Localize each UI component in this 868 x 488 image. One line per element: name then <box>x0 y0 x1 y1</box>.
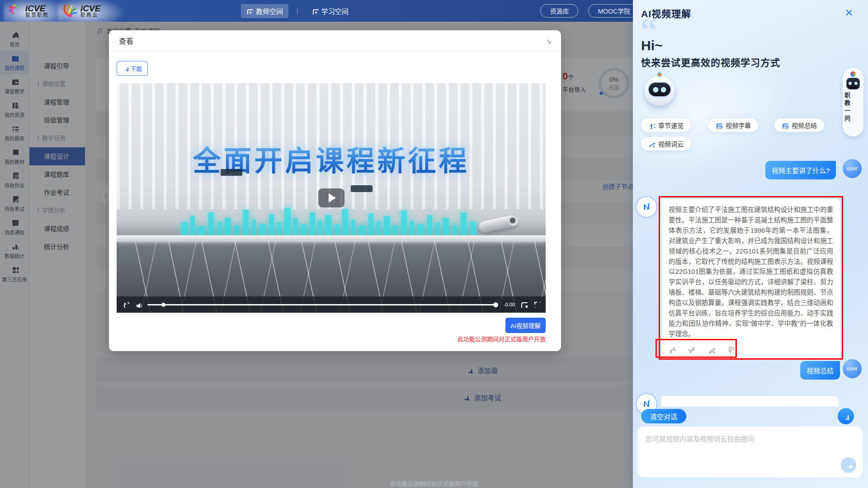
chat-input-card <box>637 427 863 477</box>
beta-availability-note: 此功能公测期间对正式版用户开放 <box>458 334 546 343</box>
logo-icve-zjy[interactable]: iCVE 职教云 <box>61 3 100 19</box>
video-tag-badge <box>221 169 242 176</box>
download-icon <box>123 66 128 71</box>
logo1-name: iCVE <box>25 4 49 13</box>
teacher-space-icon <box>246 8 253 14</box>
picture-in-picture-icon[interactable] <box>520 300 528 308</box>
icve-mini-logo-icon <box>850 71 856 77</box>
view-modal: 查看 下载 <box>109 30 561 351</box>
thumbs-up-icon[interactable] <box>669 346 676 355</box>
word-cloud-icon <box>648 141 655 147</box>
video-subtitle-icon <box>716 122 722 129</box>
mini-robot-icon <box>846 78 860 89</box>
ai-logo-icon <box>641 398 652 410</box>
chapter-list-icon <box>648 122 655 129</box>
teacher-space-tab[interactable]: 教师空间 <box>241 4 288 18</box>
playhead-handle[interactable] <box>493 302 498 307</box>
user-avatar: user <box>843 359 862 378</box>
ai-panel-title: AI视频理解 <box>641 6 691 20</box>
ai-pending-message <box>661 396 839 407</box>
greeting-text: Hi~ <box>641 38 663 53</box>
seek-bar[interactable] <box>147 304 498 305</box>
ai-logo-icon <box>641 201 652 213</box>
ai-answer-text: 视频主要介绍了平法施工图在建筑结构设计和施工中的重要性。平法施工图是一种基于混凝… <box>669 205 833 339</box>
user-question-bubble: 视频主要讲了什么? <box>765 161 836 179</box>
video-controls-bar: -0:00 <box>117 296 546 313</box>
user-summary-bubble: 视频总结 <box>800 361 840 380</box>
video-player[interactable]: 全面开启课程新征程 -0:00 <box>117 83 546 313</box>
volume-icon[interactable] <box>135 300 142 308</box>
logo-icve-zhjy[interactable]: iCVE 智慧职教 <box>7 3 49 19</box>
user-avatar: user <box>843 159 862 178</box>
action-label: 视频词云 <box>658 139 684 148</box>
video-summary-icon <box>782 122 788 129</box>
city-skyline-graphic <box>177 204 484 237</box>
copy-icon[interactable] <box>727 346 735 355</box>
time-remaining: -0:00 <box>504 302 515 307</box>
clear-chat-button[interactable]: 清空对话 <box>641 409 686 423</box>
logo1-sub: 智慧职教 <box>25 13 49 18</box>
learning-space-tab[interactable]: 学习空间 <box>307 4 354 18</box>
resource-library-button[interactable]: 资源库 <box>540 4 578 18</box>
action-label: 视频总结 <box>792 121 817 130</box>
action-label: 视频字幕 <box>726 121 751 130</box>
video-summary-button[interactable]: 视频总结 <box>774 118 824 132</box>
fullscreen-icon[interactable] <box>533 300 540 308</box>
panel-beta-note: 此功能公测期间对正式版用户开放 <box>0 479 868 488</box>
nav-divider: | <box>297 7 298 14</box>
modal-header: 查看 <box>109 30 561 51</box>
logo2-name: iCVE <box>80 4 100 13</box>
mooc-academy-button[interactable]: MOOC学院 <box>588 4 640 18</box>
message-actions <box>669 346 735 355</box>
download-button[interactable]: 下载 <box>117 61 148 76</box>
learning-space-icon <box>312 8 319 14</box>
modal-title: 查看 <box>119 35 133 46</box>
send-button[interactable] <box>841 457 856 473</box>
modal-close-icon[interactable] <box>544 37 551 44</box>
app-root: iCVE 智慧职教 iCVE 职教云 教师空间 <box>0 0 868 488</box>
ai-robot-avatar <box>645 76 675 106</box>
video-tag-badge <box>351 185 373 192</box>
icve-peacock-icon <box>61 3 78 19</box>
platform-edge <box>117 235 546 242</box>
download-label: 下载 <box>130 64 142 73</box>
logo2-sub: 职教云 <box>80 13 100 18</box>
chat-input[interactable] <box>637 427 863 463</box>
video-wordcloud-button[interactable]: 视频词云 <box>641 137 691 150</box>
zhijiao-yiwen-widget[interactable]: 职教一问 <box>843 68 863 136</box>
slogan-text: 快来尝试更高效的视频学习方式 <box>641 55 780 69</box>
widget-label: 职教一问 <box>843 92 851 123</box>
panel-close-icon[interactable] <box>844 7 853 18</box>
ai-answer-message: 视频主要介绍了平法施工图在建筑结构设计和施工中的重要性。平法施工图是一种基于混凝… <box>661 199 840 359</box>
replay-icon[interactable] <box>122 300 129 308</box>
ai-video-understanding-button[interactable]: AI视频理解 <box>505 318 546 333</box>
learning-space-label: 学习空间 <box>321 6 349 16</box>
teacher-space-label: 教师空间 <box>256 6 283 16</box>
video-subtitles-button[interactable]: 视频字幕 <box>708 118 758 132</box>
buffer-handle[interactable] <box>161 303 165 307</box>
thumbs-down-icon[interactable] <box>688 346 696 355</box>
ai-assistant-avatar <box>637 197 656 217</box>
play-button[interactable] <box>318 188 344 207</box>
action-label: 章节速览 <box>658 121 684 130</box>
video-title-text: 全面开启课程新征程 <box>117 138 546 179</box>
scroll-to-bottom-button[interactable] <box>838 408 854 424</box>
icve-flower-icon <box>7 3 23 19</box>
share-icon[interactable] <box>708 346 715 355</box>
chapter-overview-button[interactable]: 章节速览 <box>641 118 691 132</box>
